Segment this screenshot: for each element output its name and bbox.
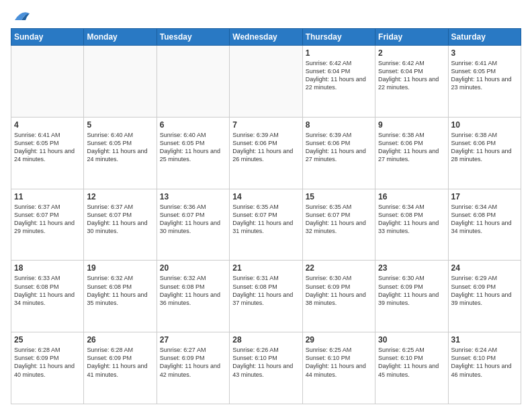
weekday-saturday: Saturday	[448, 29, 521, 46]
day-number: 22	[306, 263, 372, 273]
day-cell: 18Sunrise: 6:33 AM Sunset: 6:08 PM Dayli…	[11, 261, 84, 332]
weekday-wednesday: Wednesday	[230, 29, 302, 46]
weekday-thursday: Thursday	[302, 29, 375, 46]
day-info: Sunrise: 6:27 AM Sunset: 6:09 PM Dayligh…	[160, 346, 226, 379]
calendar-table: SundayMondayTuesdayWednesdayThursdayFrid…	[11, 28, 521, 404]
day-cell: 12Sunrise: 6:37 AM Sunset: 6:07 PM Dayli…	[84, 189, 157, 261]
day-info: Sunrise: 6:32 AM Sunset: 6:08 PM Dayligh…	[160, 274, 226, 307]
day-number: 17	[451, 192, 518, 201]
day-number: 4	[14, 120, 81, 130]
day-info: Sunrise: 6:41 AM Sunset: 6:05 PM Dayligh…	[14, 131, 81, 164]
day-number: 26	[87, 335, 153, 345]
day-number: 6	[160, 120, 226, 130]
day-number: 5	[87, 120, 153, 130]
day-cell: 10Sunrise: 6:38 AM Sunset: 6:06 PM Dayli…	[448, 117, 521, 189]
day-number: 12	[87, 192, 153, 201]
day-number: 11	[14, 192, 81, 201]
day-info: Sunrise: 6:30 AM Sunset: 6:09 PM Dayligh…	[378, 274, 445, 307]
weekday-tuesday: Tuesday	[157, 29, 229, 46]
day-number: 29	[306, 335, 372, 345]
day-info: Sunrise: 6:25 AM Sunset: 6:10 PM Dayligh…	[306, 346, 372, 379]
day-info: Sunrise: 6:39 AM Sunset: 6:06 PM Dayligh…	[232, 131, 299, 164]
day-info: Sunrise: 6:40 AM Sunset: 6:05 PM Dayligh…	[87, 131, 153, 164]
day-cell: 13Sunrise: 6:36 AM Sunset: 6:07 PM Dayli…	[157, 189, 229, 261]
day-cell: 26Sunrise: 6:28 AM Sunset: 6:09 PM Dayli…	[84, 332, 157, 404]
day-cell	[230, 46, 302, 118]
day-cell: 25Sunrise: 6:28 AM Sunset: 6:09 PM Dayli…	[11, 332, 84, 404]
day-info: Sunrise: 6:38 AM Sunset: 6:06 PM Dayligh…	[378, 131, 445, 164]
day-info: Sunrise: 6:35 AM Sunset: 6:07 PM Dayligh…	[232, 203, 299, 236]
day-info: Sunrise: 6:30 AM Sunset: 6:09 PM Dayligh…	[306, 274, 372, 307]
day-cell: 28Sunrise: 6:26 AM Sunset: 6:10 PM Dayli…	[230, 332, 302, 404]
day-info: Sunrise: 6:28 AM Sunset: 6:09 PM Dayligh…	[87, 346, 153, 379]
day-info: Sunrise: 6:33 AM Sunset: 6:08 PM Dayligh…	[14, 274, 81, 307]
day-number: 31	[451, 335, 518, 345]
day-number: 14	[232, 192, 299, 201]
day-number: 25	[14, 335, 81, 345]
day-info: Sunrise: 6:24 AM Sunset: 6:10 PM Dayligh…	[451, 346, 518, 379]
day-cell: 16Sunrise: 6:34 AM Sunset: 6:08 PM Dayli…	[375, 189, 448, 261]
day-info: Sunrise: 6:36 AM Sunset: 6:07 PM Dayligh…	[160, 203, 226, 236]
week-row-3: 11Sunrise: 6:37 AM Sunset: 6:07 PM Dayli…	[11, 189, 521, 261]
day-info: Sunrise: 6:38 AM Sunset: 6:06 PM Dayligh…	[451, 131, 518, 164]
day-cell: 11Sunrise: 6:37 AM Sunset: 6:07 PM Dayli…	[11, 189, 84, 261]
week-row-1: 1Sunrise: 6:42 AM Sunset: 6:04 PM Daylig…	[11, 46, 521, 118]
day-number: 8	[306, 120, 372, 130]
day-cell: 3Sunrise: 6:41 AM Sunset: 6:05 PM Daylig…	[448, 46, 521, 118]
day-number: 28	[232, 335, 299, 345]
day-number: 18	[14, 263, 81, 273]
day-info: Sunrise: 6:41 AM Sunset: 6:05 PM Dayligh…	[451, 59, 518, 92]
day-info: Sunrise: 6:40 AM Sunset: 6:05 PM Dayligh…	[160, 131, 226, 164]
day-cell: 2Sunrise: 6:42 AM Sunset: 6:04 PM Daylig…	[375, 46, 448, 118]
day-cell	[157, 46, 229, 118]
day-info: Sunrise: 6:32 AM Sunset: 6:08 PM Dayligh…	[87, 274, 153, 307]
day-cell: 30Sunrise: 6:25 AM Sunset: 6:10 PM Dayli…	[375, 332, 448, 404]
day-number: 24	[451, 263, 518, 273]
logo	[11, 13, 31, 23]
day-cell: 23Sunrise: 6:30 AM Sunset: 6:09 PM Dayli…	[375, 261, 448, 332]
day-cell: 20Sunrise: 6:32 AM Sunset: 6:08 PM Dayli…	[157, 261, 229, 332]
day-number: 10	[451, 120, 518, 130]
day-cell: 19Sunrise: 6:32 AM Sunset: 6:08 PM Dayli…	[84, 261, 157, 332]
day-cell	[11, 46, 84, 118]
day-cell: 8Sunrise: 6:39 AM Sunset: 6:06 PM Daylig…	[302, 117, 375, 189]
page: SundayMondayTuesdayWednesdayThursdayFrid…	[0, 0, 532, 411]
day-cell: 1Sunrise: 6:42 AM Sunset: 6:04 PM Daylig…	[302, 46, 375, 118]
day-cell: 29Sunrise: 6:25 AM Sunset: 6:10 PM Dayli…	[302, 332, 375, 404]
day-number: 27	[160, 335, 226, 345]
day-info: Sunrise: 6:35 AM Sunset: 6:07 PM Dayligh…	[306, 203, 372, 236]
day-cell	[84, 46, 157, 118]
day-cell: 15Sunrise: 6:35 AM Sunset: 6:07 PM Dayli…	[302, 189, 375, 261]
week-row-2: 4Sunrise: 6:41 AM Sunset: 6:05 PM Daylig…	[11, 117, 521, 189]
day-info: Sunrise: 6:34 AM Sunset: 6:08 PM Dayligh…	[451, 203, 518, 236]
day-info: Sunrise: 6:37 AM Sunset: 6:07 PM Dayligh…	[14, 203, 81, 236]
day-number: 20	[160, 263, 226, 273]
day-info: Sunrise: 6:42 AM Sunset: 6:04 PM Dayligh…	[378, 59, 445, 92]
day-cell: 24Sunrise: 6:29 AM Sunset: 6:09 PM Dayli…	[448, 261, 521, 332]
day-number: 16	[378, 192, 445, 201]
day-cell: 7Sunrise: 6:39 AM Sunset: 6:06 PM Daylig…	[230, 117, 302, 189]
day-cell: 5Sunrise: 6:40 AM Sunset: 6:05 PM Daylig…	[84, 117, 157, 189]
logo-wing-icon	[12, 8, 31, 23]
day-number: 2	[378, 48, 445, 58]
day-info: Sunrise: 6:26 AM Sunset: 6:10 PM Dayligh…	[232, 346, 299, 379]
week-row-5: 25Sunrise: 6:28 AM Sunset: 6:09 PM Dayli…	[11, 332, 521, 404]
weekday-sunday: Sunday	[11, 29, 84, 46]
weekday-friday: Friday	[375, 29, 448, 46]
day-number: 7	[232, 120, 299, 130]
day-cell: 31Sunrise: 6:24 AM Sunset: 6:10 PM Dayli…	[448, 332, 521, 404]
day-info: Sunrise: 6:34 AM Sunset: 6:08 PM Dayligh…	[378, 203, 445, 236]
weekday-header-row: SundayMondayTuesdayWednesdayThursdayFrid…	[11, 29, 521, 46]
weekday-monday: Monday	[84, 29, 157, 46]
day-number: 30	[378, 335, 445, 345]
day-info: Sunrise: 6:42 AM Sunset: 6:04 PM Dayligh…	[306, 59, 372, 92]
day-number: 13	[160, 192, 226, 201]
day-info: Sunrise: 6:29 AM Sunset: 6:09 PM Dayligh…	[451, 274, 518, 307]
day-cell: 14Sunrise: 6:35 AM Sunset: 6:07 PM Dayli…	[230, 189, 302, 261]
day-cell: 17Sunrise: 6:34 AM Sunset: 6:08 PM Dayli…	[448, 189, 521, 261]
day-cell: 27Sunrise: 6:27 AM Sunset: 6:09 PM Dayli…	[157, 332, 229, 404]
day-cell: 4Sunrise: 6:41 AM Sunset: 6:05 PM Daylig…	[11, 117, 84, 189]
day-number: 19	[87, 263, 153, 273]
day-info: Sunrise: 6:39 AM Sunset: 6:06 PM Dayligh…	[306, 131, 372, 164]
day-info: Sunrise: 6:31 AM Sunset: 6:08 PM Dayligh…	[232, 274, 299, 307]
